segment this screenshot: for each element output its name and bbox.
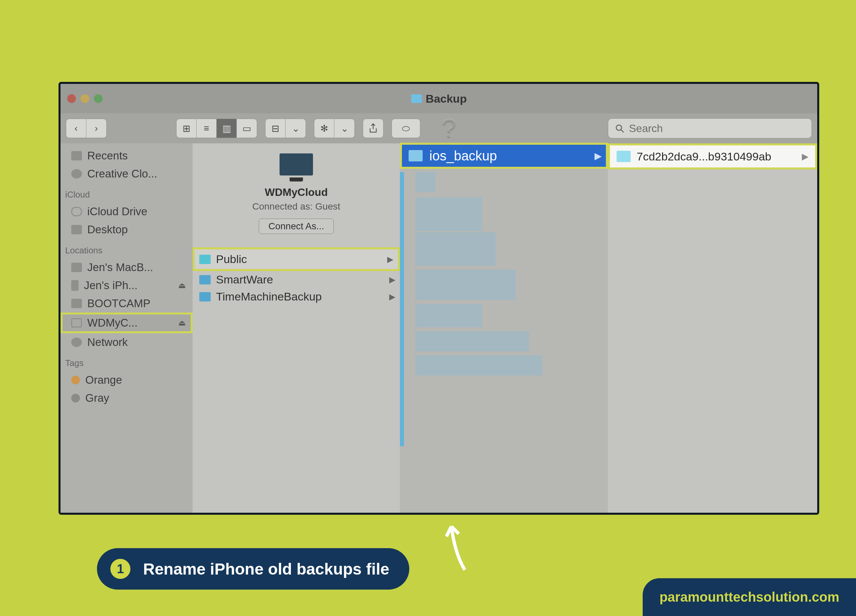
finder-window: Backup ‹ › ⊞ ≡ ▥ ▭ ⊟ ⌄ ✻ ⌄ ⬭ ? Search [59, 82, 819, 515]
traffic-lights [67, 94, 103, 103]
sidebar-item-icloud-drive[interactable]: iCloud Drive [60, 203, 192, 221]
sidebar-item-creative-cloud[interactable]: Creative Clo... [60, 165, 192, 183]
chevron-right-icon: ▶ [594, 151, 602, 161]
folder-smartware[interactable]: SmartWare▶ [192, 271, 400, 288]
sidebar-item-iphone[interactable]: Jen's iPh...⏏ [60, 277, 192, 295]
sidebar-tag-orange[interactable]: Orange [60, 371, 192, 389]
sidebar-item-wdmycloud[interactable]: WDMyC...⏏ [60, 312, 192, 333]
help-icon[interactable]: ? [442, 113, 456, 144]
folder-icon [409, 150, 423, 161]
selection-bar [400, 172, 404, 446]
eject-icon[interactable]: ⏏ [178, 281, 186, 290]
sidebar-item-macbook[interactable]: Jen's MacB... [60, 258, 192, 277]
minimize-window-button[interactable] [81, 94, 89, 103]
folder-public[interactable]: Public▶ [192, 247, 400, 271]
search-field[interactable]: Search [608, 118, 812, 138]
folder-icon [199, 275, 211, 284]
folder-backup-hash[interactable]: 7cd2b2dca9...b9310499ab ▶ [608, 143, 817, 169]
network-icon [71, 338, 82, 347]
curved-arrow-icon [435, 520, 475, 573]
creative-cloud-icon [71, 169, 82, 178]
window-title: Backup [411, 92, 467, 105]
arrange-button[interactable]: ⊟ [265, 119, 286, 138]
toolbar: ‹ › ⊞ ≡ ▥ ▭ ⊟ ⌄ ✻ ⌄ ⬭ ? Search [60, 113, 817, 143]
folder-icon [617, 151, 631, 162]
sidebar-item-network[interactable]: Network [60, 333, 192, 351]
nav-buttons: ‹ › [66, 119, 107, 138]
cloud-icon [71, 207, 82, 216]
folder-icon [199, 292, 211, 301]
tag-dot-icon [71, 376, 80, 384]
forward-button[interactable]: › [86, 119, 106, 138]
sidebar-section-locations: Locations [60, 239, 192, 258]
sidebar-item-desktop[interactable]: Desktop [60, 221, 192, 239]
recents-icon [71, 151, 82, 160]
column-1: WDMyCloud Connected as: Guest Connect As… [192, 143, 400, 513]
connect-as-button[interactable]: Connect As... [259, 218, 334, 234]
server-monitor-icon [280, 154, 313, 175]
desktop-icon [71, 225, 82, 234]
action-group: ✻ ⌄ [314, 119, 355, 138]
sidebar-item-recents[interactable]: Recents [60, 147, 192, 165]
back-button[interactable]: ‹ [66, 119, 86, 138]
column-view-button[interactable]: ▥ [217, 119, 237, 138]
column-2: ios_backup ▶ [400, 143, 608, 513]
finder-body: Recents Creative Clo... iCloud iCloud Dr… [60, 143, 817, 513]
list-view-button[interactable]: ≡ [197, 119, 217, 138]
titlebar: Backup [60, 84, 817, 113]
step-text: Rename iPhone old backups file [143, 560, 389, 578]
folder-icon [411, 94, 422, 103]
share-button[interactable] [363, 119, 383, 138]
chevron-right-icon: ▶ [389, 275, 395, 284]
sidebar-section-icloud: iCloud [60, 183, 192, 203]
arrange-dropdown[interactable]: ⌄ [286, 119, 306, 138]
search-icon [615, 124, 624, 133]
arrange-group: ⊟ ⌄ [265, 119, 306, 138]
svg-point-0 [616, 125, 622, 131]
search-placeholder: Search [629, 122, 663, 135]
connection-status: Connected as: Guest [252, 201, 340, 212]
server-icon [71, 318, 82, 327]
folder-icon [199, 255, 211, 264]
close-window-button[interactable] [67, 94, 76, 103]
chevron-right-icon: ▶ [802, 151, 808, 162]
sidebar: Recents Creative Clo... iCloud iCloud Dr… [60, 143, 192, 513]
laptop-icon [71, 263, 82, 272]
tags-button[interactable]: ⬭ [392, 119, 420, 138]
tag-dot-icon [71, 394, 80, 402]
view-mode-group: ⊞ ≡ ▥ ▭ [176, 119, 257, 138]
disk-icon [71, 299, 82, 308]
action-button[interactable]: ✻ [314, 119, 334, 138]
folder-ios-backup[interactable]: ios_backup ▶ [400, 143, 608, 169]
sidebar-tag-gray[interactable]: Gray [60, 389, 192, 407]
server-info: WDMyCloud Connected as: Guest Connect As… [192, 154, 400, 234]
server-name: WDMyCloud [265, 186, 328, 198]
step-number: 1 [110, 559, 131, 579]
credit-badge: paramounttechsolution.com [643, 578, 856, 616]
title-text: Backup [426, 92, 467, 105]
zoom-window-button[interactable] [94, 94, 103, 103]
phone-icon [71, 280, 79, 291]
blurred-content [415, 172, 542, 463]
sidebar-section-tags: Tags [60, 351, 192, 371]
step-caption: 1 Rename iPhone old backups file [97, 548, 409, 590]
gallery-view-button[interactable]: ▭ [237, 119, 257, 138]
chevron-right-icon: ▶ [387, 255, 393, 264]
icon-view-button[interactable]: ⊞ [177, 119, 197, 138]
eject-icon[interactable]: ⏏ [178, 318, 186, 327]
folder-timemachine[interactable]: TimeMachineBackup▶ [192, 288, 400, 305]
action-dropdown[interactable]: ⌄ [334, 119, 354, 138]
chevron-right-icon: ▶ [389, 292, 395, 301]
svg-line-1 [621, 130, 624, 132]
sidebar-item-bootcamp[interactable]: BOOTCAMP [60, 295, 192, 312]
column-3: 7cd2b2dca9...b9310499ab ▶ [608, 143, 817, 513]
